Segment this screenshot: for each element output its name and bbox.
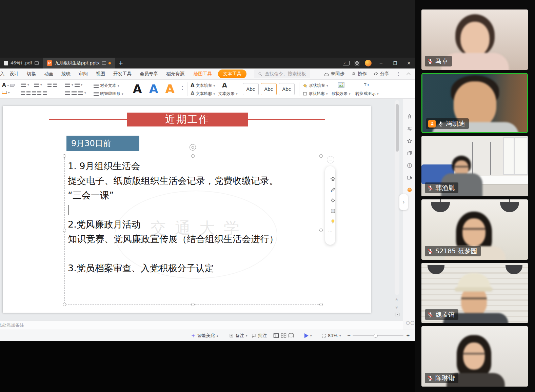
- minimize-button[interactable]: ─: [377, 61, 385, 66]
- menu-design[interactable]: 设计: [5, 71, 23, 77]
- shape-fill-dropdown[interactable]: 形状填充▾: [303, 83, 328, 89]
- command-search[interactable]: 查找命令、搜索模板: [254, 70, 310, 78]
- slide[interactable]: 交通大学 近期工作 9月30日前 1: [3, 106, 371, 313]
- align-buttons[interactable]: [21, 91, 47, 95]
- zoom-slider-thumb[interactable]: [374, 334, 378, 338]
- smart-graphic-dropdown[interactable]: 转智能图形▾: [94, 91, 123, 97]
- convert-diagram-dropdown[interactable]: 转换成图示▾: [355, 91, 379, 97]
- menu-devtools[interactable]: 开发工具: [109, 71, 136, 77]
- next-slide-button[interactable]: »: [395, 306, 400, 309]
- collapse-ribbon-icon[interactable]: [407, 73, 410, 76]
- participant-tile[interactable]: 魏孟镐: [421, 263, 528, 323]
- participant-tile[interactable]: 韩渔胤: [421, 136, 528, 196]
- participant-tile[interactable]: S2185 范梦园: [421, 199, 528, 260]
- account-avatar[interactable]: [365, 60, 372, 66]
- handle-top-center[interactable]: [191, 154, 195, 158]
- tab-pdf-document[interactable]: 46号) .pdf: [0, 58, 43, 68]
- tab-pin-icon[interactable]: [102, 61, 106, 65]
- text-preset-2-selected[interactable]: Abc: [261, 83, 277, 95]
- notes-toggle-button[interactable]: 备注▾: [229, 330, 247, 341]
- shape-effect-dropdown[interactable]: 形状效果▾: [331, 91, 351, 97]
- date-label-box[interactable]: 9月30日前: [66, 136, 139, 151]
- convert-diagram-icon-area[interactable]: T: [363, 82, 370, 88]
- menu-text-tools-active[interactable]: 文本工具: [218, 70, 246, 78]
- numbered-list-tool[interactable]: ▾: [34, 83, 42, 87]
- properties-sliders-icon[interactable]: [407, 126, 412, 132]
- text-direction-tool[interactable]: ▾▾: [65, 83, 82, 87]
- more-options-icon[interactable]: ⋯: [328, 229, 333, 234]
- text-effect-dropdown[interactable]: 文本效果▾: [218, 91, 238, 97]
- indent-decrease-icon[interactable]: [47, 83, 57, 87]
- menu-slideshow[interactable]: 放映: [57, 71, 75, 77]
- comment-button[interactable]: 批注: [252, 330, 267, 341]
- shape-effect-icon-area[interactable]: [338, 82, 344, 88]
- normal-view-icon[interactable]: [273, 333, 279, 338]
- mini-slideshow-icon[interactable]: [395, 313, 400, 317]
- play-slideshow-button[interactable]: ▾: [304, 330, 312, 341]
- handle-bottom-right[interactable]: [319, 303, 323, 306]
- previous-slide-button[interactable]: «: [395, 298, 400, 301]
- menu-member[interactable]: 会员专享: [136, 71, 162, 77]
- handle-mid-right[interactable]: [319, 229, 323, 232]
- menu-review[interactable]: 审阅: [75, 71, 92, 77]
- shape-outline-dropdown[interactable]: 形状轮廓▾: [303, 91, 328, 97]
- bullet-list-tool[interactable]: ▾: [21, 83, 29, 87]
- rotation-handle[interactable]: [190, 144, 196, 151]
- text-fill-dropdown[interactable]: A文本填充▾: [191, 83, 215, 89]
- participant-tile[interactable]: 陈琳锴: [421, 326, 528, 387]
- notes-bar[interactable]: 此处添加备注: [0, 320, 403, 330]
- screen-record-icon[interactable]: [407, 175, 412, 180]
- wordart-style-blue[interactable]: A: [149, 83, 158, 95]
- copy-pages-icon[interactable]: [407, 150, 412, 156]
- smart-beautify-button[interactable]: 智能美化▴: [191, 330, 218, 341]
- float-collapse-button[interactable]: −: [327, 156, 334, 163]
- participant-tile-active-speaker[interactable]: 冯凯迪: [421, 73, 528, 133]
- sync-status-button[interactable]: 未同步: [321, 71, 347, 77]
- more-menu-icon[interactable]: ⋮: [394, 71, 403, 77]
- expand-panel-chevron[interactable]: ›: [399, 194, 408, 210]
- restore-button[interactable]: ❐: [391, 61, 399, 66]
- zoom-slider[interactable]: [353, 330, 403, 341]
- wordart-style-black[interactable]: A: [133, 83, 142, 95]
- handle-top-right[interactable]: [319, 154, 323, 158]
- collaborate-button[interactable]: 协作: [349, 71, 369, 77]
- font-size-tool[interactable]: A▾: [2, 83, 15, 88]
- handle-top-left[interactable]: [63, 154, 66, 158]
- wordart-style-orange[interactable]: A: [165, 83, 174, 95]
- quick-access-rocket-icon[interactable]: [407, 114, 412, 119]
- align-text-dropdown[interactable]: 对齐文本▾: [94, 83, 119, 89]
- favorites-star-icon[interactable]: [407, 138, 412, 144]
- share-button[interactable]: 分享: [372, 71, 391, 77]
- menu-view[interactable]: 视图: [92, 71, 109, 77]
- handle-mid-left[interactable]: [63, 229, 66, 232]
- wordart-scroll-arrows[interactable]: ▴▾: [182, 85, 183, 91]
- participant-tile[interactable]: 马卓: [421, 9, 528, 70]
- text-effect-icon-area[interactable]: A: [222, 82, 227, 89]
- menu-transition[interactable]: 切换: [23, 71, 40, 77]
- menu-animation[interactable]: 动画: [40, 71, 57, 77]
- slide-title-banner[interactable]: 近期工作: [127, 113, 248, 126]
- text-preset-3[interactable]: Abc: [279, 83, 295, 95]
- line-spacing-tool[interactable]: ▾: [65, 91, 86, 95]
- scrollbar-thumb[interactable]: [396, 104, 399, 152]
- zoom-out-button[interactable]: −: [347, 330, 351, 341]
- zoom-fit-control[interactable]: 83%▾: [321, 330, 341, 341]
- highlight-tool[interactable]: ▾: [2, 91, 10, 94]
- handle-bottom-center[interactable]: [191, 303, 195, 306]
- tab-active-presentation[interactable]: P 九月组织生活ppt.pptx: [43, 58, 115, 68]
- zoom-in-button[interactable]: +: [406, 330, 410, 341]
- slide-body-textbox[interactable]: 1. 9月组织生活会 提交电子、纸质版组织生活会记录，党费收缴记录。 “三会一课…: [68, 159, 278, 275]
- new-tab-button[interactable]: +: [115, 58, 126, 68]
- close-button[interactable]: ✕: [404, 61, 413, 66]
- workspace-grid-icon[interactable]: [355, 61, 360, 66]
- menu-item-partial[interactable]: 入: [0, 71, 5, 77]
- handle-bottom-left[interactable]: [63, 303, 66, 306]
- help-icon[interactable]: ?: [407, 162, 412, 168]
- menu-drawing-tools[interactable]: 绘图工具: [190, 71, 215, 77]
- menu-resources[interactable]: 稻壳资源: [162, 71, 189, 77]
- text-outline-dropdown[interactable]: A文本轮廓▾: [191, 91, 215, 97]
- reading-view-icon[interactable]: [288, 333, 294, 338]
- 3d-object-icon[interactable]: [407, 187, 412, 193]
- text-preset-1[interactable]: Abc: [243, 83, 259, 95]
- vertical-scrollbar[interactable]: [395, 100, 399, 295]
